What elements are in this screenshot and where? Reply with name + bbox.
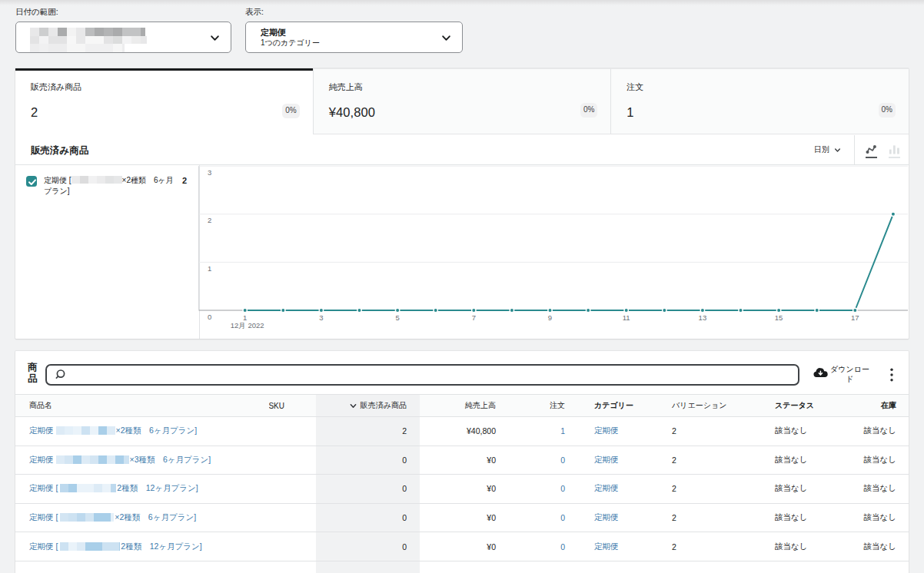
variations-cell: 2 [659, 532, 763, 561]
product-link[interactable]: 定期便 [×2種類 6ヶ月プラン] [29, 512, 196, 523]
cloud-download-icon [813, 367, 829, 380]
column-header-label: 商品名 [29, 400, 52, 411]
column-header-label: 純売上高 [465, 400, 496, 411]
redacted-date-range-value [30, 28, 147, 52]
metric-tabs: 販売済み商品20%純売上高¥40,8000%注文10% [15, 68, 909, 134]
metric-tab-label: 販売済み商品 [31, 81, 301, 93]
table-header-row: 商品名SKU販売済み商品純売上高注文カテゴリーバリエーションステータス在庫 [15, 394, 909, 417]
metric-tab-orders[interactable]: 注文10% [610, 68, 909, 134]
column-header[interactable]: SKU [269, 395, 316, 416]
status-cell: 該当なし [763, 446, 855, 475]
inventory-cell: 該当なし [855, 475, 909, 503]
download-label: ダウンロード [829, 364, 871, 384]
table-row: 定期便 [2種類 12ヶ月プラン]0¥00定期便2該当なし該当なし [15, 532, 909, 561]
inventory-cell: 該当なし [855, 417, 909, 445]
orders-link[interactable]: 0 [560, 542, 565, 551]
metric-delta-badge: 0% [282, 104, 299, 119]
line-chart-icon [866, 144, 877, 154]
bar-chart-toggle[interactable] [889, 144, 900, 157]
empty-cell [269, 561, 316, 573]
orders-link[interactable]: 0 [560, 484, 565, 493]
orders-link[interactable]: 0 [560, 513, 565, 522]
legend-value: 2 [182, 176, 187, 186]
chart-legend: 定期便 [×2種類 6ヶ月プラン] 2 [15, 165, 200, 339]
legend-label: 定期便 [×2種類 6ヶ月プラン] [44, 175, 176, 196]
report-card: 販売済み商品20%純売上高¥40,8000%注文10% 販売済み商品 日別 [15, 68, 909, 339]
variations-cell: 2 [659, 446, 763, 475]
category-link[interactable]: 定期便 [594, 483, 619, 494]
svg-text:3: 3 [208, 168, 211, 177]
variations-cell: 2 [659, 475, 763, 503]
sku-cell [269, 475, 316, 503]
net-sales-cell: ¥0 [420, 475, 508, 503]
column-header[interactable]: バリエーション [659, 395, 763, 416]
product-link[interactable]: 定期便 [2種類 12ヶ月プラン] [29, 542, 202, 552]
column-header[interactable]: 在庫 [855, 395, 909, 416]
column-header[interactable]: 商品名 [15, 395, 269, 416]
svg-text:3: 3 [319, 313, 323, 322]
selected-underline [866, 157, 877, 158]
metric-tab-net-sales[interactable]: 純売上高¥40,8000% [313, 68, 611, 134]
svg-text:7: 7 [472, 313, 476, 322]
header-divider [854, 135, 855, 164]
empty-cell [763, 561, 855, 573]
inventory-cell: 該当なし [855, 532, 909, 561]
column-header[interactable]: 純売上高 [420, 395, 508, 416]
units-sold-cell: 2 [316, 417, 420, 445]
units-sold-cell: 0 [316, 504, 420, 532]
chart-title: 販売済み商品 [31, 144, 88, 157]
products-table-card: 商品 ダウンロード 商品名SKU販売済み商品純売上高注文カテゴリーバリエーション… [15, 351, 909, 573]
product-link[interactable]: 定期便×3種類 6ヶ月プラン] [29, 455, 211, 465]
variations-cell: 2 [659, 504, 763, 532]
redacted-product-name [60, 484, 116, 492]
legend-item[interactable]: 定期便 [×2種類 6ヶ月プラン] 2 [26, 175, 187, 196]
category-link[interactable]: 定期便 [594, 426, 619, 436]
chart-header: 販売済み商品 日別 [15, 134, 909, 165]
units-sold-cell: 0 [316, 475, 420, 503]
svg-text:9: 9 [548, 313, 552, 322]
search-input[interactable] [71, 366, 798, 384]
column-header[interactable]: カテゴリー [577, 395, 659, 416]
sku-cell [269, 446, 316, 475]
sku-cell [269, 417, 316, 445]
table-toolbar: 商品 ダウンロード [15, 351, 909, 394]
metric-tab-label: 純売上高 [329, 81, 599, 93]
product-link[interactable]: 定期便 [2種類 12ヶ月プラン] [29, 483, 198, 494]
table-row: 定期便 [2種類 12ヶ月プラン]0¥00定期便2該当なし該当なし [15, 475, 909, 504]
redacted-product-name [60, 513, 114, 522]
column-header[interactable]: ステータス [763, 395, 855, 416]
date-range-label: 日付の範囲: [15, 6, 58, 17]
empty-cell [420, 561, 508, 573]
products-table: 商品名SKU販売済み商品純売上高注文カテゴリーバリエーションステータス在庫 定期… [15, 394, 909, 573]
net-sales-cell: ¥0 [420, 532, 508, 561]
sku-cell [269, 504, 316, 532]
checkbox-checked-icon[interactable] [26, 176, 37, 187]
empty-cell [855, 561, 909, 573]
sort-descending-icon [350, 402, 357, 409]
product-link[interactable]: 定期便×2種類 6ヶ月プラン] [29, 426, 197, 436]
orders-link[interactable]: 1 [560, 426, 565, 436]
column-header-label: 注文 [550, 400, 565, 411]
category-link[interactable]: 定期便 [594, 455, 619, 465]
net-sales-cell: ¥0 [420, 504, 508, 532]
kebab-menu-button[interactable] [882, 363, 901, 387]
category-link[interactable]: 定期便 [594, 542, 619, 552]
metric-tab-units-sold[interactable]: 販売済み商品20% [15, 68, 313, 134]
granularity-dropdown[interactable]: 日別 [814, 134, 841, 165]
display-label: 表示: [245, 6, 264, 17]
kebab-icon [890, 368, 893, 382]
column-header[interactable]: 販売済み商品 [316, 395, 420, 416]
empty-cell [15, 561, 269, 573]
column-header[interactable]: 注文 [508, 395, 577, 416]
date-range-select[interactable] [15, 22, 231, 53]
redacted-product-name [71, 176, 122, 184]
unselected-underline [889, 157, 900, 158]
orders-link[interactable]: 0 [560, 455, 565, 465]
svg-text:17: 17 [851, 313, 859, 322]
category-link[interactable]: 定期便 [594, 512, 619, 523]
metric-delta-badge: 0% [879, 103, 896, 118]
display-select[interactable]: 定期便 1つのカテゴリー [245, 22, 463, 53]
line-chart-toggle[interactable] [866, 144, 877, 157]
column-header-label: SKU [269, 402, 284, 410]
download-button[interactable]: ダウンロード [813, 364, 871, 384]
